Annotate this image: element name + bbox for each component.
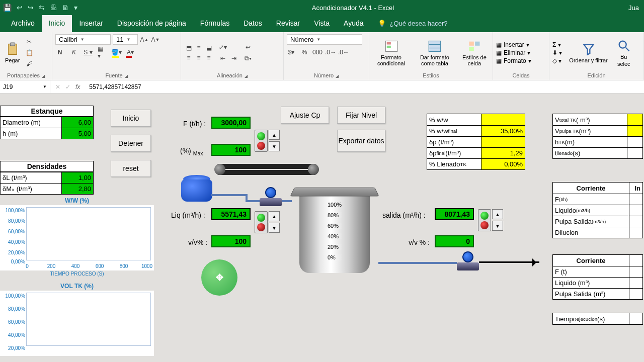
cut-icon[interactable]: ✂ <box>25 37 34 46</box>
tab-insertar[interactable]: Insertar <box>72 15 110 32</box>
undo-icon[interactable]: ↩ <box>17 4 23 12</box>
qa-more-icon[interactable]: ▾ <box>74 4 77 12</box>
save-icon[interactable]: 💾 <box>3 4 12 12</box>
font-family-dropdown[interactable]: Calibri▼ <box>55 34 111 45</box>
fill-icon[interactable]: ⬇ ▾ <box>552 49 562 56</box>
liq-value[interactable]: 5571,43 <box>211 208 251 220</box>
align-left-icon[interactable]: ≡ <box>184 53 193 62</box>
align-top-icon[interactable]: ⬒ <box>184 43 193 52</box>
tab-ayuda[interactable]: Ayuda <box>337 15 370 32</box>
align-middle-icon[interactable]: ≡ <box>194 43 203 52</box>
fx-icon[interactable]: fx <box>75 83 80 90</box>
dmx-value[interactable]: 2,80 <box>62 184 93 194</box>
dl-value[interactable]: 1,00 <box>62 172 93 183</box>
ww-value <box>481 114 525 125</box>
merge-icon[interactable]: ⧉▾ <box>244 54 253 63</box>
align-bottom-icon[interactable]: ⬓ <box>204 43 213 52</box>
align-center-icon[interactable]: ≡ <box>194 53 203 62</box>
output-arrow <box>479 261 539 263</box>
copy-icon[interactable]: 📋 <box>25 48 34 57</box>
detener-button[interactable]: Detener <box>111 135 151 152</box>
group-portapapeles: Portapapeles <box>7 72 40 78</box>
svg-rect-1 <box>10 43 15 46</box>
worksheet[interactable]: Estanque Diametro (m)6,00 h (m)5,00 Dens… <box>0 94 644 362</box>
number-format-dropdown[interactable]: Número▼ <box>287 34 362 45</box>
titlebar: 💾 ↩ ↪ ⇆ 🖶 🗎 ▾ Acondicionador V4.1 - Exce… <box>0 0 644 15</box>
indent-inc-icon[interactable]: ⇥ <box>229 54 238 63</box>
font-size-dropdown[interactable]: 11▼ <box>113 34 138 45</box>
font-color-icon[interactable]: A ▾ <box>126 48 135 57</box>
vv-value[interactable]: 100 <box>211 235 251 247</box>
currency-icon[interactable]: $▾ <box>287 48 296 57</box>
wrap-text-icon[interactable]: ↩ <box>244 43 253 52</box>
find-label1: Bu <box>620 54 627 60</box>
sal-spin-up[interactable]: ▲ <box>492 209 503 219</box>
redo-icon[interactable]: ↪ <box>28 4 34 12</box>
vv2-value[interactable]: 0 <box>435 235 474 247</box>
indent-dec-icon[interactable]: ⇤ <box>218 54 227 63</box>
bold-icon[interactable]: N <box>55 48 64 57</box>
paste-button[interactable]: Pegar <box>3 41 22 64</box>
print-icon[interactable]: 🖶 <box>50 4 57 12</box>
conditional-format-button[interactable]: Formato condicional <box>372 38 410 67</box>
delete-cells-button[interactable]: ▦ Eliminar ▾ <box>496 49 531 56</box>
tab-formulas[interactable]: Fórmulas <box>193 15 236 32</box>
f-label: F (t/h) : <box>183 120 206 128</box>
format-cells-button[interactable]: ▦ Formato ▾ <box>496 57 531 64</box>
tab-datos[interactable]: Datos <box>236 15 269 32</box>
name-box[interactable]: J19▼ <box>0 80 50 93</box>
f-spin-up[interactable]: ▲ <box>269 130 280 140</box>
align-right-icon[interactable]: ≡ <box>204 53 213 62</box>
tab-inicio[interactable]: Inicio <box>42 15 72 32</box>
clear-icon[interactable]: ◇ ▾ <box>552 57 562 64</box>
tab-revisar[interactable]: Revisar <box>269 15 307 32</box>
f-spin-down[interactable]: ▼ <box>269 141 280 151</box>
salida-value[interactable]: 8071,43 <box>435 208 474 220</box>
cell-styles-button[interactable]: Estilos de celda <box>459 38 490 67</box>
liq-spin-up[interactable]: ▲ <box>269 211 280 221</box>
ec-label: Estilos de celda <box>461 54 488 66</box>
touch-icon[interactable]: ⇆ <box>39 4 45 12</box>
pct-value[interactable]: 100 <box>211 144 251 156</box>
sal-spin-down[interactable]: ▼ <box>492 221 503 231</box>
format-table-button[interactable]: Dar formato como tabla <box>413 38 456 67</box>
liq-spin-down[interactable]: ▼ <box>269 223 280 233</box>
svg-rect-5 <box>429 41 440 52</box>
cancel-formula-icon[interactable]: ✕ <box>55 83 60 90</box>
italic-icon[interactable]: K <box>69 48 78 57</box>
borders-icon[interactable]: ▦ ▾ <box>98 48 107 57</box>
f-value[interactable]: 3000,00 <box>211 117 251 129</box>
fill-color-icon[interactable]: 🪣 ▾ <box>112 48 121 57</box>
exportar-datos-button[interactable]: Exportar datos <box>337 130 385 152</box>
shrink-font-icon[interactable]: A▼ <box>151 35 160 44</box>
tab-vista[interactable]: Vista <box>307 15 337 32</box>
group-fuente: Fuente <box>105 72 122 78</box>
tab-archivo[interactable]: Archivo <box>4 15 42 32</box>
insert-label: Insertar <box>504 41 524 48</box>
sort-filter-button[interactable]: Ordenar y filtrar <box>567 41 609 64</box>
format-painter-icon[interactable]: 🖌 <box>25 59 34 68</box>
diametro-value[interactable]: 6,00 <box>62 117 93 128</box>
insert-cells-button[interactable]: ▦ Insertar ▾ <box>496 41 531 48</box>
orientation-icon[interactable]: ⤢▾ <box>218 43 227 52</box>
ajuste-cp-button[interactable]: Ajuste Cp <box>281 107 329 124</box>
fijar-nivel-button[interactable]: Fijar Nivel <box>337 107 385 124</box>
formula-value[interactable]: 5571,42857142857 <box>89 83 141 90</box>
h-value[interactable]: 5,00 <box>62 128 93 139</box>
dec-decimal-icon[interactable]: .0← <box>339 48 348 57</box>
percent-icon[interactable]: % <box>300 48 309 57</box>
tell-me[interactable]: 💡¿Qué desea hacer? <box>371 16 455 32</box>
underline-icon[interactable]: S ▾ <box>84 48 93 57</box>
inc-decimal-icon[interactable]: .0→ <box>326 48 335 57</box>
reset-button[interactable]: reset <box>111 160 151 177</box>
tab-disposicion[interactable]: Disposición de página <box>110 15 193 32</box>
autosum-icon[interactable]: Σ ▾ <box>552 41 562 48</box>
inicio-button[interactable]: Inicio <box>111 110 151 127</box>
preview-icon[interactable]: 🗎 <box>62 4 69 12</box>
find-select-button[interactable]: Buselec <box>615 38 633 68</box>
enter-formula-icon[interactable]: ✓ <box>65 83 70 90</box>
grow-font-icon[interactable]: A▲ <box>140 35 149 44</box>
chart-ww-title: W/W (%) <box>0 197 154 204</box>
comma-icon[interactable]: 000 <box>313 48 322 57</box>
formula-bar: J19▼ ✕ ✓ fx 5571,42857142857 <box>0 80 644 94</box>
